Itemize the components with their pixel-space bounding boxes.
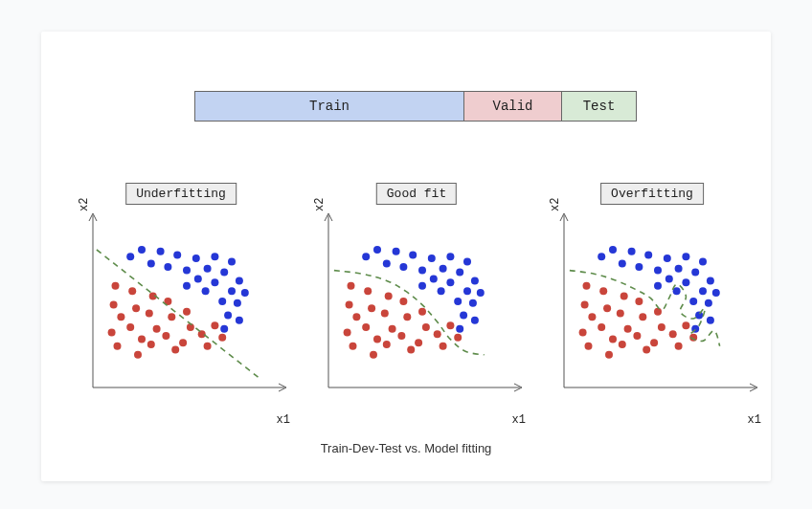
svg-point-92 [456, 268, 463, 276]
svg-point-130 [609, 246, 617, 254]
svg-point-83 [409, 251, 417, 258]
svg-point-125 [669, 330, 677, 338]
svg-point-126 [675, 343, 683, 350]
svg-point-15 [147, 341, 155, 348]
svg-point-59 [368, 304, 375, 312]
svg-point-118 [635, 298, 643, 305]
svg-point-39 [202, 287, 210, 295]
svg-point-31 [164, 263, 171, 271]
svg-point-107 [579, 328, 587, 336]
svg-point-98 [469, 299, 477, 307]
svg-point-108 [585, 343, 593, 350]
svg-point-27 [126, 253, 134, 260]
svg-point-7 [128, 287, 136, 295]
plot-title-box: Good fit [376, 183, 457, 205]
svg-point-8 [132, 304, 140, 312]
plots-row: Underfitting x2 x1 Good fit x2 x1 [72, 183, 761, 427]
svg-point-74 [434, 330, 441, 338]
svg-point-63 [385, 293, 393, 300]
split-segment-train: Train [195, 92, 463, 121]
svg-point-44 [228, 287, 236, 295]
svg-point-134 [644, 251, 652, 258]
svg-point-30 [157, 248, 165, 255]
svg-point-145 [689, 298, 697, 305]
svg-point-6 [114, 343, 122, 350]
svg-point-28 [138, 246, 146, 254]
svg-point-121 [643, 345, 650, 353]
svg-point-79 [373, 246, 381, 254]
svg-point-60 [362, 323, 370, 331]
svg-point-112 [609, 336, 617, 343]
svg-point-54 [346, 301, 353, 309]
svg-point-46 [224, 311, 232, 319]
svg-point-113 [605, 351, 613, 359]
axes-icon [543, 208, 761, 409]
svg-point-50 [236, 317, 243, 324]
svg-point-114 [620, 293, 628, 300]
svg-point-32 [173, 251, 181, 258]
svg-point-104 [583, 282, 591, 290]
axes-icon [72, 208, 290, 409]
svg-point-29 [147, 259, 155, 267]
svg-point-89 [446, 253, 454, 260]
svg-point-55 [352, 313, 360, 321]
svg-point-146 [699, 287, 707, 295]
svg-point-67 [399, 298, 407, 305]
svg-point-42 [228, 258, 236, 266]
svg-point-124 [650, 339, 658, 346]
axis-label-y: x2 [313, 198, 327, 211]
svg-point-58 [364, 287, 372, 295]
svg-point-68 [403, 313, 411, 321]
svg-point-84 [418, 267, 426, 275]
svg-point-40 [211, 278, 218, 286]
svg-point-137 [654, 282, 662, 290]
svg-point-81 [393, 248, 400, 255]
svg-point-109 [599, 287, 607, 295]
svg-point-139 [675, 265, 683, 273]
svg-point-94 [454, 298, 462, 305]
svg-point-61 [373, 336, 381, 343]
split-label: Train [309, 99, 350, 114]
svg-point-106 [588, 313, 596, 321]
svg-point-26 [218, 334, 226, 342]
plot-title: Good fit [387, 187, 446, 201]
svg-point-53 [348, 282, 355, 290]
svg-point-56 [344, 328, 351, 336]
svg-point-100 [456, 325, 463, 333]
svg-point-90 [438, 287, 445, 295]
svg-point-149 [705, 299, 712, 307]
svg-point-69 [397, 332, 405, 340]
svg-point-13 [146, 310, 153, 318]
svg-point-75 [440, 343, 447, 350]
plot-title: Underfitting [136, 187, 226, 201]
svg-point-22 [179, 339, 187, 346]
svg-point-65 [389, 325, 396, 333]
svg-point-91 [446, 278, 454, 286]
svg-point-4 [117, 313, 124, 321]
axis-label-y: x2 [78, 198, 91, 211]
svg-point-96 [471, 277, 479, 284]
svg-point-25 [211, 321, 218, 329]
split-label: Test [583, 99, 616, 114]
svg-point-147 [707, 277, 714, 284]
svg-point-49 [220, 325, 228, 333]
svg-point-82 [399, 263, 407, 271]
svg-point-135 [654, 267, 662, 275]
svg-point-142 [682, 278, 689, 286]
svg-point-64 [381, 310, 389, 318]
svg-point-62 [370, 351, 377, 359]
plot-title-box: Overfitting [600, 183, 704, 205]
svg-point-47 [234, 299, 241, 307]
plot-underfitting: Underfitting x2 x1 [72, 183, 290, 427]
svg-point-95 [463, 287, 471, 295]
svg-point-152 [707, 317, 714, 324]
svg-point-117 [619, 341, 626, 348]
split-segment-valid: Valid [463, 92, 561, 121]
svg-point-57 [350, 343, 357, 350]
svg-point-93 [463, 258, 471, 266]
svg-point-119 [639, 313, 646, 321]
axis-label-y: x2 [549, 198, 562, 211]
svg-point-110 [603, 304, 611, 312]
svg-point-101 [471, 317, 479, 324]
svg-point-71 [418, 308, 426, 316]
